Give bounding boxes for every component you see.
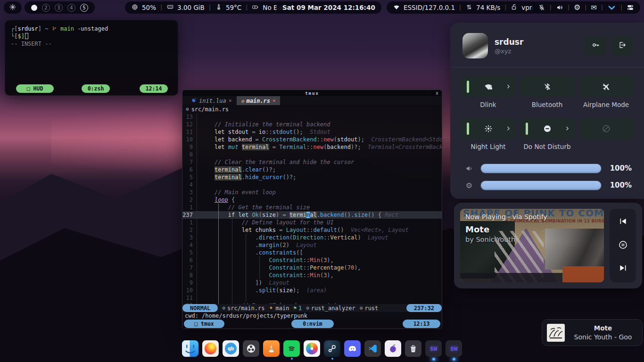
statusline-branch: main — [269, 305, 289, 312]
toggles-icon[interactable] — [627, 4, 634, 11]
code-line-current[interactable]: 237 if let Ok(size) = terminal.backend()… — [182, 211, 442, 219]
bluetooth-toggle[interactable] — [520, 76, 575, 97]
tmux-session-indicator[interactable]: □ tmux — [184, 320, 224, 328]
firefox-icon[interactable] — [202, 340, 219, 357]
code-line[interactable]: 7 Constraint::Percentage(70), — [182, 264, 442, 272]
tmux-session-hud[interactable]: □ HUD — [16, 84, 54, 93]
chevron-right-icon[interactable] — [505, 83, 512, 90]
vlc-icon[interactable] — [263, 340, 280, 357]
blocked-icon — [578, 124, 634, 133]
mail-icon[interactable]: ✉ — [591, 4, 597, 11]
night-light-toggle[interactable] — [461, 118, 516, 139]
skip-previous-button[interactable] — [618, 216, 628, 228]
code-editor[interactable]: 1312 // Initialize the terminal backend1… — [182, 113, 442, 304]
code-line[interactable]: 5 .constraints([ — [182, 249, 442, 256]
line-number: 8 — [182, 151, 197, 158]
line-number: 8 — [182, 272, 197, 279]
running-indicator — [453, 358, 455, 361]
mic-muted-icon[interactable] — [538, 4, 545, 11]
code-line[interactable]: 7 // Clear the terminal and hide the cur… — [182, 158, 442, 166]
git-diamond-icon — [269, 305, 273, 312]
line-number: 1 — [182, 219, 197, 226]
trash-icon[interactable] — [405, 340, 421, 357]
ram-usage: 3.00 GiB — [177, 4, 205, 11]
obs-icon[interactable] — [243, 340, 259, 357]
prompt-line-1: ┌[srdusr] ~ main -unstaged — [11, 25, 172, 33]
qbittorrent-icon[interactable]: qb — [223, 340, 239, 357]
workspace-5[interactable]: 5 — [80, 4, 88, 12]
editor-window[interactable]: tmux x init.lua × ⚙ main.rs × ⚙ src/main… — [182, 90, 442, 329]
avatar — [462, 33, 488, 58]
code-line[interactable]: 2 loop { — [182, 196, 442, 204]
code-line[interactable]: 3 // Main event loop — [182, 189, 442, 196]
logout-button[interactable] — [611, 36, 633, 55]
skip-next-button[interactable] — [618, 263, 628, 275]
nvim-statusline: NORMAL ⚙src/main.rs main ⚑1 ⚙rust_analyz… — [182, 304, 442, 312]
code-line[interactable]: 9 let mut terminal = Terminal::new(backe… — [182, 143, 442, 151]
steam-icon[interactable] — [324, 340, 340, 357]
code-line[interactable]: 1 // Define layout for the UI — [182, 219, 442, 226]
statusline-lsp: ⚙rust_analyzer — [306, 305, 355, 312]
chevron-right-icon[interactable] — [505, 125, 512, 132]
plum-icon[interactable] — [385, 340, 401, 357]
terminal-window[interactable]: ┌[srdusr] ~ main -unstaged └[$] -- INSER… — [5, 20, 178, 96]
dock-spacer — [311, 358, 313, 360]
code-line[interactable]: 4 — [182, 181, 442, 189]
code-line[interactable]: 8 Constraint::Min(3), — [182, 272, 442, 279]
sw-terminal-1-icon[interactable]: $W — [425, 340, 442, 357]
desktop: { "topbar": { "logo_icon": "star-logo", … — [0, 0, 644, 362]
sw-terminal-2-icon[interactable]: $W — [446, 340, 462, 357]
code-line[interactable]: 11 — [182, 294, 442, 302]
settings-icon[interactable]: ⚙ — [574, 4, 580, 11]
prompt-line-2: └[$] — [11, 33, 172, 40]
code-line[interactable]: 10 let backend = CrosstermBackend::new(s… — [182, 136, 442, 143]
code-line[interactable]: 2 let chunks = Layout::default() Vec<Rec… — [182, 226, 442, 234]
code-line[interactable]: 11 let stdout = io::stdout(); Stdout — [182, 128, 442, 136]
pause-circle-button[interactable] — [618, 240, 628, 252]
volume-icon[interactable] — [556, 4, 563, 11]
dlink-toggle[interactable] — [461, 76, 516, 97]
workspace-1[interactable] — [31, 5, 37, 11]
code-line[interactable]: 4 .margin(2) Layout — [182, 241, 442, 249]
code-line[interactable]: 13 — [182, 113, 442, 121]
do-not-disturb-toggle[interactable] — [520, 118, 575, 139]
tab-main-rs[interactable]: ⚙ main.rs × — [237, 96, 280, 105]
volume-slider[interactable] — [480, 164, 602, 173]
code-line[interactable]: 6 terminal.clear()?; — [182, 166, 442, 173]
code-line[interactable]: 1 // Get the terminal size — [182, 204, 442, 211]
brightness-slider[interactable] — [480, 181, 602, 190]
tmux-window-nvim[interactable]: 0:nvim — [291, 320, 334, 328]
code-line[interactable]: 12 // Initialize the terminal backend — [182, 121, 442, 128]
close-tab-icon[interactable]: × — [272, 98, 276, 104]
spotify-icon[interactable] — [283, 340, 300, 357]
temperature: 59°C — [226, 4, 241, 11]
airplane-mode-toggle[interactable] — [578, 76, 634, 97]
clock[interactable]: Sat 09 Mar 2024 12:16:40 — [276, 1, 381, 14]
code-line[interactable]: 9 ]) Layout — [182, 279, 442, 287]
workspace-3[interactable]: 3 — [55, 4, 63, 12]
rust-gear-icon: ⚙ — [222, 305, 225, 311]
code-line[interactable]: 10 .split(size); (area) — [182, 287, 442, 294]
line-number: 10 — [182, 136, 197, 143]
code-line[interactable]: 5 terminal.hide_cursor()?; — [182, 173, 442, 181]
blocked-toggle[interactable] — [578, 118, 634, 139]
lock-keys-button[interactable] — [585, 36, 606, 55]
vscode-icon[interactable] — [364, 340, 381, 357]
code-line[interactable]: 3 .direction(Direction::Vertical) Layout — [182, 234, 442, 241]
workspace-2[interactable]: 2 — [42, 4, 50, 12]
tmux-window-zsh[interactable]: 0:zsh — [82, 84, 110, 93]
tab-init-lua[interactable]: init.lua × — [187, 96, 236, 105]
finder-icon[interactable] — [182, 340, 198, 357]
photos-icon[interactable] — [304, 340, 320, 357]
chevron-right-icon[interactable] — [564, 125, 570, 132]
running-indicator — [291, 358, 293, 360]
close-tab-icon[interactable]: × — [229, 98, 232, 104]
launcher-button[interactable] — [4, 1, 22, 14]
chevron-down-icon[interactable] — [607, 3, 616, 12]
code-line[interactable]: 6 Constraint::Min(3), — [182, 256, 442, 264]
key-icon — [591, 41, 600, 51]
discord-icon[interactable] — [344, 340, 361, 357]
code-line[interactable]: 8 — [182, 151, 442, 158]
close-window-button[interactable]: x — [436, 90, 438, 96]
workspace-4[interactable]: 4 — [67, 4, 75, 12]
